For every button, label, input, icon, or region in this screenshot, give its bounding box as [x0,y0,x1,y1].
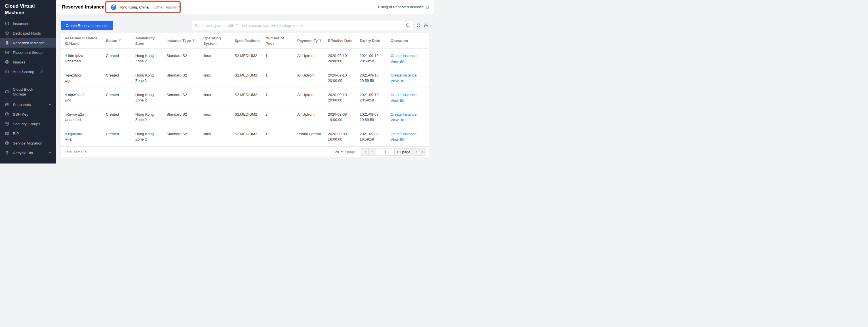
total-items-value: 5 [85,150,87,154]
cell-zone: Hong Kong Zone 2 [135,107,160,122]
next-page-button[interactable] [413,149,420,155]
cell-pods: 1 [266,88,297,97]
other-regions-dropdown[interactable]: Other regions [154,5,177,9]
create-instance-link[interactable]: Create Instance [391,131,425,137]
main-content: Create Reserved Instance Reserved Instan… [56,14,434,164]
cell-effective: 2020-09-1020:00:00 [328,68,360,83]
cell-spec: S2.MEDIUM2 [235,127,266,137]
col-id-name: Reserved Instance ID/Name [65,35,106,46]
cell-id-name: ri-9dn1plzcUnnamed [65,49,106,64]
security-groups-icon [5,122,9,126]
cell-zone: Hong Kong Zone 2 [135,88,160,103]
reserved-instance-page: Cloud Virtual Machine Instances Dedicate… [0,0,434,164]
caret-down-icon [341,151,343,153]
sidebar-item-instances[interactable]: Instances [0,19,56,28]
billing-link[interactable]: Billing of Reserved Instance [378,5,430,9]
chevron-down-icon[interactable] [49,152,51,154]
cell-expiry: 2021-09-0816:59:59 [360,127,391,142]
page-count-label: / 1 page [394,149,413,155]
gear-icon[interactable] [424,23,428,28]
cell-id-name: ri-kguknbl2RI-2 [65,127,106,142]
create-reserved-instance-button[interactable]: Create Reserved Instance [61,21,113,30]
col-effective-date: Effective Date [328,38,360,43]
globe-region-icon [111,4,116,10]
sidebar-item-images[interactable]: Images [0,57,56,67]
search-icon[interactable] [406,23,410,28]
cloud-block-storage-icon [5,90,9,94]
sidebar-item-reserved-instance[interactable]: Reserved Instance [0,38,56,47]
reserved-instance-icon [5,40,9,45]
cell-effective: 2020-09-0819:00:00 [328,107,360,122]
cell-status: Created [106,88,135,97]
filter-icon[interactable] [118,39,121,42]
sidebar-item-security-groups[interactable]: Security Groups [0,119,56,129]
sidebar-item-placement-group[interactable]: Placement Group [0,47,56,57]
cell-type: Standard S2 [166,127,204,137]
create-instance-link[interactable]: Create Instance [391,112,425,117]
pagination: 1 / 1 page [361,148,426,156]
col-expiry-date: Expiry Date [360,38,391,43]
reserved-instance-table: Reserved Instance ID/Name Status Availab… [61,33,429,157]
page-size-selector[interactable]: 20 / page [335,150,355,154]
create-instance-link[interactable]: Create Instance [391,72,425,78]
images-icon [5,60,9,64]
filter-icon[interactable] [192,39,195,42]
view-bill-link[interactable]: View Bill [391,117,425,123]
region-current-label: Hong Kong, China [119,5,149,9]
cell-expiry: 2021-09-1020:59:59 [360,88,391,103]
view-bill-link[interactable]: View Bill [391,98,425,103]
col-availability-zone: Availability Zone [135,35,166,46]
create-instance-link[interactable]: Create Instance [391,92,425,97]
sidebar-item-eip[interactable]: IP EIP [0,129,56,138]
cell-pods: 1 [266,49,297,58]
total-items-label: Total items: [65,150,83,154]
sidebar-item-service-migration[interactable]: Service Migration [0,138,56,148]
cell-type: Standard S2 [166,88,204,97]
table-row: ri-pezrtpccwgc Created Hong Kong Zone 2 … [61,68,429,88]
sidebar: Cloud Virtual Machine Instances Dedicate… [0,0,56,164]
sidebar-item-dedicated-hosts[interactable]: Dedicated Hosts [0,28,56,38]
cell-payment: Partial Upfront [297,127,328,137]
cell-status: Created [106,68,135,78]
cell-os: linux [204,107,235,117]
col-specifications: Specifications [235,38,266,43]
prev-page-button[interactable] [369,149,376,155]
cell-payment: All Upfront [297,107,328,117]
sidebar-item-recycle-bin[interactable]: Recycle Bin [0,148,56,158]
table-row: ri-aipw9zm2wgc Created Hong Kong Zone 2 … [61,88,429,107]
sidebar-item-ssh-key[interactable]: SSH Key [0,109,56,119]
search-input[interactable] [192,21,413,30]
current-page-input[interactable]: 1 [376,149,394,155]
cell-pods: 1 [266,127,297,137]
cell-operation: Create InstanceView Bill [391,127,429,142]
cell-payment: All Upfront [297,49,328,58]
cell-os: linux [204,49,235,58]
table-row: ri-9dn1plzcUnnamed Created Hong Kong Zon… [61,49,429,68]
region-selector[interactable]: Hong Kong, China Other regions [108,3,185,11]
sidebar-item-cloud-block-storage[interactable]: Cloud Block Storage [0,84,56,100]
cell-effective: 2020-09-1020:00:00 [328,88,360,103]
cell-spec: S2.MEDIUM2 [235,49,266,58]
placement-group-icon [5,50,9,55]
col-status: Status [106,38,135,43]
cell-operation: Create InstanceView Bill [391,107,429,123]
page-title: Reserved Instance [62,4,104,10]
chevron-down-icon[interactable] [49,103,51,105]
last-page-button[interactable] [420,149,426,155]
cell-operation: Create InstanceView Bill [391,68,429,84]
sidebar-item-snapshots[interactable]: Snapshots [0,100,56,109]
create-instance-link[interactable]: Create Instance [391,53,425,58]
view-bill-link[interactable]: View Bill [391,59,425,64]
cell-id-name: ri-aipw9zm2wgc [65,88,106,103]
cell-pods: 2 [266,107,297,117]
external-link-icon [40,70,44,74]
cell-pods: 1 [266,68,297,78]
ssh-key-icon [5,112,9,117]
filter-icon[interactable] [319,39,322,42]
refresh-icon[interactable] [416,23,421,28]
view-bill-link[interactable]: View Bill [391,137,425,142]
sidebar-item-auto-scaling[interactable]: Auto Scaling [0,67,56,76]
view-bill-link[interactable]: View Bill [391,78,425,84]
cell-effective: 2020-09-0816:00:00 [328,127,360,142]
first-page-button[interactable] [361,149,369,155]
